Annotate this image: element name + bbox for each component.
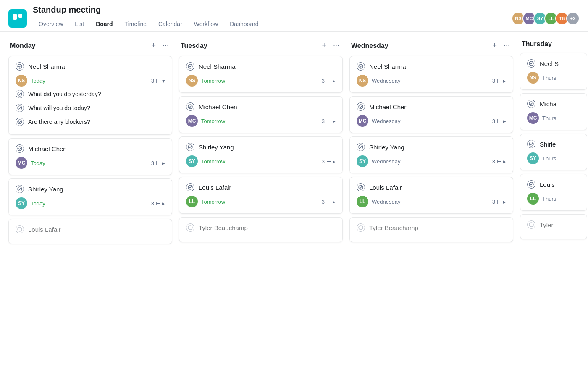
- tab-workflow[interactable]: Workflow: [188, 17, 224, 31]
- card-date: Wednesday: [372, 158, 400, 165]
- subtask-check[interactable]: [16, 118, 24, 126]
- add-card-wednesday[interactable]: +: [491, 40, 499, 51]
- column-header-monday: Monday + ···: [8, 40, 172, 51]
- check-icon[interactable]: [16, 62, 24, 71]
- tab-timeline[interactable]: Timeline: [119, 17, 152, 31]
- card-subtask-count: 3 ⊢ ▸: [151, 160, 165, 166]
- card-title[interactable]: Neel S: [540, 60, 559, 67]
- svg-point-23: [529, 223, 533, 227]
- card-title[interactable]: Michael Chen: [28, 145, 67, 152]
- card-subtask-count: 3⊢▸: [322, 118, 336, 124]
- tab-board[interactable]: Board: [90, 17, 118, 31]
- subtask-check[interactable]: [16, 104, 24, 112]
- card-subtask-count: 3⊢▸: [492, 118, 506, 124]
- card-title[interactable]: Neel Sharma: [369, 63, 406, 70]
- column-header-tuesday: Tuesday + ···: [179, 40, 343, 51]
- check-icon[interactable]: [186, 223, 194, 232]
- check-icon[interactable]: [527, 140, 536, 148]
- app-logo: [8, 9, 27, 28]
- add-card-tuesday[interactable]: +: [320, 40, 328, 51]
- check-icon[interactable]: [527, 100, 536, 108]
- column-monday: Monday + ··· Neel Sharma NS Today 3: [8, 40, 172, 247]
- page-title: Standup meeting: [33, 5, 512, 15]
- card-date: Today: [31, 160, 45, 166]
- card-title[interactable]: Tyler Beauchamp: [369, 224, 418, 231]
- check-icon[interactable]: [357, 183, 365, 191]
- check-icon[interactable]: [527, 59, 536, 68]
- card-subtask-count: 3⊢▸: [322, 158, 336, 165]
- card-title[interactable]: Louis Lafair: [369, 184, 402, 191]
- card-thu-louis: Louis LL Thurs: [520, 174, 587, 211]
- card-title[interactable]: Louis: [540, 181, 555, 188]
- card-title[interactable]: Shirle: [540, 141, 556, 148]
- card-title[interactable]: Michael Chen: [199, 103, 237, 110]
- card-title[interactable]: Neel Sharma: [199, 63, 236, 70]
- card-mon-shirley: Shirley Yang SY Today 3 ⊢ ▸: [8, 178, 172, 215]
- column-header-wednesday: Wednesday + ···: [349, 40, 513, 51]
- svg-rect-0: [13, 14, 17, 20]
- card-title[interactable]: Shirley Yang: [369, 144, 404, 151]
- card-subtask-count: 3⊢▸: [492, 199, 506, 205]
- card-date: Wednesday: [372, 78, 400, 84]
- check-icon[interactable]: [357, 102, 365, 111]
- more-options-monday[interactable]: ···: [161, 40, 171, 51]
- card-title[interactable]: Louis Lafair: [28, 226, 61, 233]
- card-title[interactable]: Shirley Yang: [199, 144, 234, 151]
- card-title[interactable]: Michael Chen: [369, 103, 408, 110]
- card-subtask-count: 3⊢▸: [322, 199, 336, 205]
- card-title[interactable]: Shirley Yang: [28, 186, 63, 193]
- check-icon[interactable]: [16, 185, 24, 193]
- check-icon[interactable]: [186, 102, 194, 111]
- check-icon[interactable]: [186, 183, 194, 191]
- svg-point-8: [18, 227, 22, 231]
- avatar: NS: [16, 75, 27, 87]
- check-icon[interactable]: [186, 62, 194, 71]
- card-title[interactable]: Neel Sharma: [28, 63, 65, 70]
- card-wed-shirley: Shirley Yang SY Wednesday 3⊢▸: [349, 136, 513, 173]
- card-title[interactable]: Micha: [540, 100, 556, 108]
- avatar: SY: [357, 155, 368, 167]
- tab-list[interactable]: List: [69, 17, 90, 31]
- card-subtask-count: 3⊢▸: [322, 78, 336, 84]
- app-header: Standup meeting Overview List Board Time…: [0, 0, 588, 32]
- nav-tabs: Overview List Board Timeline Calendar Wo…: [33, 17, 512, 31]
- check-icon[interactable]: [357, 62, 365, 71]
- avatar: MC: [186, 115, 198, 127]
- more-options-wednesday[interactable]: ···: [502, 40, 512, 51]
- member-avatars[interactable]: NS MC SY LL TB +2: [512, 12, 580, 25]
- card-date: Thurs: [542, 196, 556, 202]
- tab-dashboard[interactable]: Dashboard: [224, 17, 265, 31]
- check-icon[interactable]: [16, 225, 24, 233]
- check-icon[interactable]: [357, 223, 365, 232]
- subtask-text: What will you do today?: [28, 105, 90, 111]
- check-icon[interactable]: [16, 144, 24, 153]
- svg-point-13: [188, 226, 192, 230]
- card-thu-michael: Micha MC Thurs: [520, 93, 587, 130]
- check-icon[interactable]: [527, 180, 536, 189]
- avatar-more[interactable]: +2: [566, 12, 580, 25]
- card-wed-michael: Michael Chen MC Wednesday 3⊢▸: [349, 96, 513, 133]
- card-mon-louis: Louis Lafair: [8, 219, 172, 244]
- check-icon[interactable]: [357, 143, 365, 151]
- card-thu-neel: Neel S NS Thurs: [520, 53, 587, 90]
- more-options-tuesday[interactable]: ···: [331, 40, 341, 51]
- tab-calendar[interactable]: Calendar: [152, 17, 188, 31]
- tab-overview[interactable]: Overview: [33, 17, 69, 31]
- card-title[interactable]: Tyler: [540, 221, 554, 228]
- card-tue-tyler: Tyler Beauchamp: [179, 217, 343, 242]
- add-card-monday[interactable]: +: [150, 40, 158, 51]
- column-title-thursday: Thursday: [522, 40, 552, 48]
- card-date: Tomorrow: [201, 199, 225, 205]
- check-icon[interactable]: [527, 220, 536, 229]
- card-title[interactable]: Louis Lafair: [199, 184, 231, 191]
- card-subtask-count: 3 ⊢ ▾: [151, 78, 165, 84]
- card-subtask-count: 3 ⊢ ▸: [151, 200, 165, 207]
- card-title[interactable]: Tyler Beauchamp: [199, 224, 248, 231]
- avatar: SY: [527, 152, 539, 164]
- avatar: LL: [357, 196, 368, 207]
- column-title-tuesday: Tuesday: [181, 42, 207, 50]
- subtask-check[interactable]: [16, 90, 24, 98]
- avatar: LL: [527, 193, 539, 205]
- subtask-text: Are there any blockers?: [28, 118, 90, 125]
- check-icon[interactable]: [186, 143, 194, 151]
